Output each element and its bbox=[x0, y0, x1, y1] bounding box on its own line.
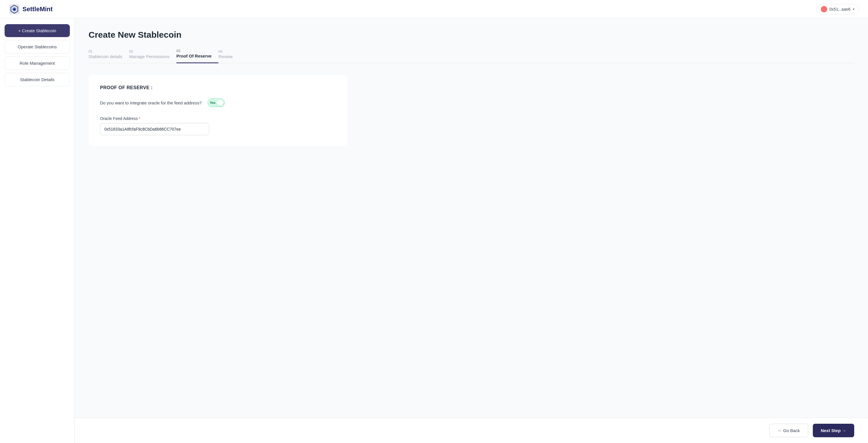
main-content: Create New Stablecoin 01. Stablecoin det… bbox=[75, 19, 868, 443]
oracle-feed-label: Oracle Feed Address* bbox=[100, 116, 209, 121]
page-title: Create New Stablecoin bbox=[89, 30, 854, 40]
oracle-toggle[interactable]: Yes bbox=[208, 98, 225, 107]
toggle-yes-label: Yes bbox=[210, 101, 216, 105]
toggle-question: Do you want to integrate oracle for the … bbox=[100, 100, 202, 105]
logo-icon bbox=[9, 4, 20, 14]
sidebar: + Create Stablecoin Operate Stablecoins … bbox=[0, 19, 75, 443]
toggle-row: Do you want to integrate oracle for the … bbox=[100, 98, 336, 107]
go-back-button[interactable]: ← Go Back bbox=[769, 424, 808, 437]
user-badge[interactable]: 0x51...aae6 ▾ bbox=[816, 4, 859, 14]
user-avatar-icon bbox=[821, 6, 827, 12]
chevron-down-icon: ▾ bbox=[853, 7, 855, 11]
toggle-track[interactable]: Yes bbox=[208, 98, 225, 107]
required-marker: * bbox=[139, 116, 140, 121]
toggle-thumb bbox=[217, 99, 223, 106]
create-stablecoin-button[interactable]: + Create Stablecoin bbox=[5, 24, 70, 37]
step-review[interactable]: 04. Review bbox=[218, 50, 240, 63]
user-address: 0x51...aae6 bbox=[830, 7, 850, 11]
step-manage-permissions[interactable]: 02. Manage Permissions bbox=[129, 50, 177, 63]
steps-bar: 01. Stablecoin details 02. Manage Permis… bbox=[89, 49, 854, 63]
next-step-button[interactable]: Next Step → bbox=[813, 424, 854, 437]
section-title: PROOF OF RESERVE : bbox=[100, 85, 336, 90]
oracle-feed-input[interactable] bbox=[100, 123, 209, 135]
logo-text: SettleMint bbox=[23, 5, 53, 13]
app-layout: + Create Stablecoin Operate Stablecoins … bbox=[0, 19, 868, 443]
oracle-feed-field-group: Oracle Feed Address* bbox=[100, 116, 209, 135]
step-stablecoin-details[interactable]: 01. Stablecoin details bbox=[89, 50, 129, 63]
step-proof-of-reserve[interactable]: 03. Proof Of Reserve bbox=[177, 49, 219, 63]
role-management-button[interactable]: Role Management bbox=[5, 56, 70, 70]
stablecoin-details-button[interactable]: Stablecoin Details bbox=[5, 73, 70, 86]
footer-bar: ← Go Back Next Step → bbox=[75, 418, 868, 443]
form-section: PROOF OF RESERVE : Do you want to integr… bbox=[89, 75, 347, 146]
operate-stablecoins-button[interactable]: Operate Stablecoins bbox=[5, 40, 70, 54]
header: SettleMint 0x51...aae6 ▾ bbox=[0, 0, 868, 19]
logo-area: SettleMint bbox=[9, 4, 53, 14]
